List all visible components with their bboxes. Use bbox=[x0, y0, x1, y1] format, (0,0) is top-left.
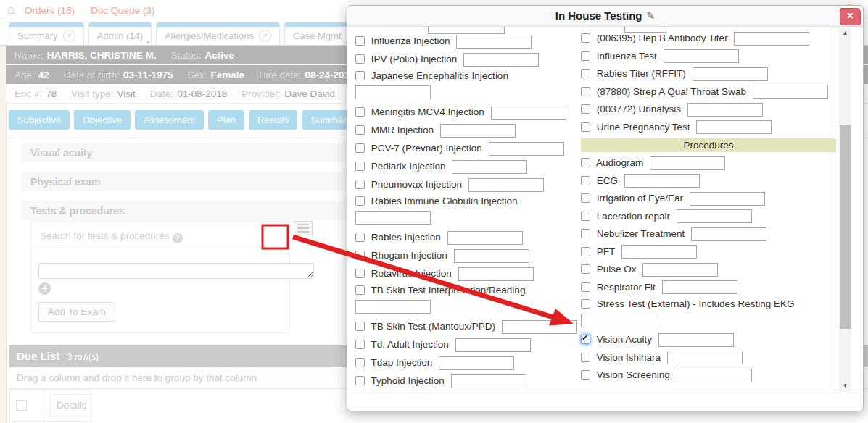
test-checkbox[interactable] bbox=[355, 340, 365, 349]
soap-section-button[interactable]: Subjective bbox=[9, 110, 70, 130]
test-checkbox[interactable] bbox=[355, 358, 365, 367]
test-value-input[interactable] bbox=[355, 211, 431, 225]
chart-tab[interactable]: Summary ↗ bbox=[9, 22, 84, 45]
procedure-checkbox[interactable] bbox=[581, 282, 590, 292]
test-value-input[interactable] bbox=[452, 160, 527, 174]
test-value-input[interactable] bbox=[355, 85, 431, 99]
procedure-value-input[interactable] bbox=[677, 209, 752, 223]
procedure-value-input[interactable] bbox=[662, 280, 737, 294]
procedure-value-input[interactable] bbox=[677, 369, 752, 382]
procedure-value-input[interactable] bbox=[667, 351, 743, 364]
test-checkbox[interactable] bbox=[355, 125, 365, 135]
column-header[interactable]: Details bbox=[51, 395, 91, 416]
procedure-checkbox[interactable] bbox=[581, 229, 590, 238]
test-checkbox[interactable] bbox=[355, 180, 365, 189]
test-checkbox[interactable] bbox=[355, 322, 365, 331]
test-checkbox[interactable] bbox=[355, 36, 365, 46]
scroll-down-icon[interactable]: ▼ bbox=[839, 380, 851, 392]
test-checkbox[interactable] bbox=[355, 251, 365, 260]
list-picker-icon[interactable] bbox=[294, 221, 313, 235]
procedure-value-input[interactable] bbox=[658, 333, 734, 347]
lab-checkbox[interactable] bbox=[581, 87, 590, 96]
soap-section-button[interactable]: Objective bbox=[74, 110, 131, 130]
test-checkbox[interactable] bbox=[355, 71, 365, 80]
patient-field: Age:42 bbox=[15, 70, 49, 80]
procedure-checkbox[interactable] bbox=[581, 158, 590, 167]
test-value-input[interactable] bbox=[458, 267, 534, 281]
test-value-input[interactable] bbox=[439, 356, 514, 370]
lab-value-input[interactable] bbox=[664, 49, 739, 63]
test-value-input[interactable] bbox=[455, 338, 531, 352]
procedure-checkbox[interactable] bbox=[581, 335, 590, 344]
test-checkbox[interactable] bbox=[355, 143, 365, 153]
home-icon[interactable]: ⌂ bbox=[7, 2, 15, 17]
nav-link[interactable]: Doc Queue (3) bbox=[91, 5, 155, 16]
tests-search-input[interactable] bbox=[38, 263, 314, 279]
lab-value-input[interactable] bbox=[753, 85, 828, 99]
procedure-value-input[interactable] bbox=[691, 227, 766, 241]
add-row-icon[interactable]: + bbox=[38, 282, 51, 295]
lab-checkbox[interactable] bbox=[581, 51, 590, 61]
procedure-checkbox[interactable] bbox=[581, 176, 590, 185]
soap-section-button[interactable]: Plan bbox=[208, 110, 244, 130]
procedure-checkbox[interactable] bbox=[581, 353, 590, 362]
procedure-checkbox[interactable] bbox=[581, 370, 590, 380]
soap-section-button[interactable]: Assessment bbox=[135, 110, 204, 130]
procedure-value-input[interactable] bbox=[690, 192, 765, 206]
lab-checkbox[interactable] bbox=[581, 33, 590, 43]
scrollbar-thumb[interactable] bbox=[840, 125, 851, 329]
chart-tab[interactable]: Case Mgmt bbox=[284, 22, 350, 45]
test-value-input[interactable] bbox=[447, 231, 523, 245]
procedure-value-input[interactable] bbox=[624, 174, 700, 188]
lab-checkbox[interactable] bbox=[581, 69, 590, 78]
chart-tab[interactable]: Allergies/Medications ↗ bbox=[156, 22, 280, 45]
test-value-input[interactable] bbox=[489, 142, 564, 156]
test-checkbox[interactable] bbox=[355, 162, 365, 171]
modal-scrollbar[interactable]: ▲ ▼ bbox=[839, 28, 851, 392]
procedure-checkbox[interactable] bbox=[581, 247, 590, 256]
procedure-value-input[interactable] bbox=[650, 156, 725, 170]
test-value-input[interactable] bbox=[468, 178, 544, 192]
chart-tab[interactable]: Admin (14) bbox=[88, 22, 152, 45]
procedure-value-input[interactable] bbox=[621, 245, 697, 259]
procedure-value-input[interactable] bbox=[581, 314, 656, 327]
nav-link[interactable]: Orders (16) bbox=[25, 5, 75, 16]
lab-value-input[interactable] bbox=[734, 32, 809, 46]
dialog-titlebar[interactable]: In House Testing✎ bbox=[347, 6, 863, 27]
lab-checkbox[interactable] bbox=[581, 104, 590, 114]
procedure-value-input[interactable] bbox=[642, 263, 718, 277]
lab-value-input[interactable] bbox=[696, 120, 772, 134]
test-value-input[interactable] bbox=[502, 320, 577, 334]
test-value-input[interactable] bbox=[456, 35, 532, 49]
procedure-checkbox[interactable] bbox=[581, 212, 590, 221]
close-icon[interactable]: ✕ bbox=[840, 8, 861, 25]
test-value-input[interactable] bbox=[454, 249, 529, 263]
lab-value-input[interactable] bbox=[687, 103, 763, 117]
test-checkbox[interactable] bbox=[355, 54, 365, 64]
popout-icon[interactable]: ↗ bbox=[259, 30, 271, 42]
test-checkbox[interactable] bbox=[355, 285, 365, 295]
popout-icon[interactable]: ↗ bbox=[63, 30, 75, 42]
test-checkbox[interactable] bbox=[355, 196, 365, 206]
edit-title-icon[interactable]: ✎ bbox=[647, 10, 656, 22]
select-all-checkbox[interactable] bbox=[16, 400, 27, 411]
lab-value-input[interactable] bbox=[693, 67, 768, 81]
scroll-up-icon[interactable]: ▲ bbox=[839, 28, 851, 39]
test-checkbox[interactable] bbox=[355, 269, 365, 278]
test-value-input[interactable] bbox=[491, 106, 566, 120]
test-checkbox[interactable] bbox=[355, 376, 365, 385]
test-value-input[interactable] bbox=[463, 53, 539, 67]
test-checkbox[interactable] bbox=[355, 107, 365, 117]
test-value-input[interactable] bbox=[440, 124, 516, 138]
test-value-input[interactable] bbox=[451, 374, 526, 388]
add-to-exam-button[interactable]: Add To Exam bbox=[38, 302, 115, 322]
procedure-checkbox[interactable] bbox=[581, 264, 590, 274]
procedure-checkbox[interactable] bbox=[581, 193, 590, 203]
lab-checkbox[interactable] bbox=[581, 122, 590, 132]
procedure-checkbox[interactable] bbox=[581, 299, 590, 309]
help-icon[interactable]: ? bbox=[173, 233, 183, 243]
soap-section-button[interactable]: Results bbox=[249, 110, 297, 130]
lab-label: Urine Pregnancy Test bbox=[597, 122, 690, 133]
test-value-input[interactable] bbox=[355, 300, 431, 314]
test-checkbox[interactable] bbox=[355, 233, 365, 242]
